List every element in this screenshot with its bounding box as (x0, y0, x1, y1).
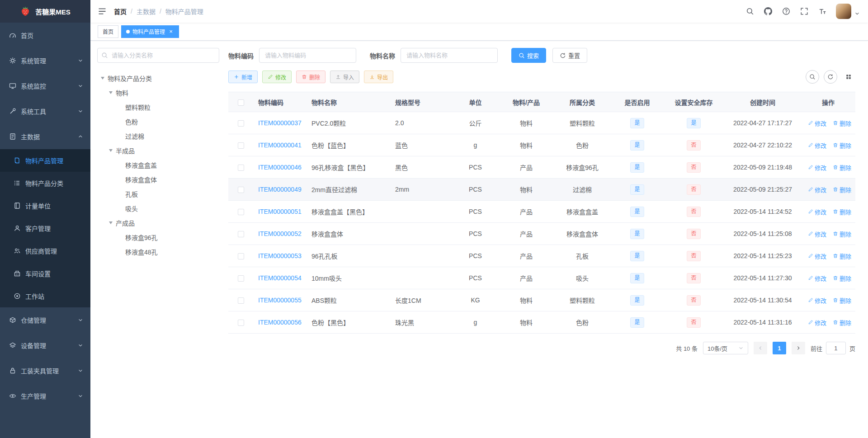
row-edit-button[interactable]: 修改 (808, 185, 826, 194)
tree-node-leaf[interactable]: 色粉 (97, 114, 219, 129)
row-edit-button[interactable]: 修改 (808, 274, 826, 283)
sidebar-item-customer-management[interactable]: 客户管理 (0, 217, 90, 240)
row-checkbox[interactable] (238, 142, 244, 149)
material-code-link[interactable]: ITEM00000051 (258, 208, 302, 215)
app-logo[interactable]: 苦糖果MES (0, 0, 90, 23)
row-delete-button[interactable]: 删除 (833, 252, 851, 260)
goto-page-input[interactable] (826, 342, 846, 354)
sidebar-item-measurement-unit[interactable]: 计量单位 (0, 194, 90, 217)
prev-page-button[interactable] (754, 342, 767, 354)
github-button[interactable] (764, 7, 773, 16)
row-checkbox[interactable] (238, 297, 244, 304)
material-code-link[interactable]: ITEM00000041 (258, 141, 302, 149)
row-edit-button[interactable]: 修改 (808, 318, 826, 327)
tree-expand-icon[interactable] (109, 91, 113, 94)
row-checkbox[interactable] (238, 209, 244, 215)
tree-node-leaf[interactable]: 塑料颗粒 (97, 100, 219, 114)
sidebar-item-material-product-management[interactable]: 物料产品管理 (0, 149, 90, 172)
row-delete-button[interactable]: 删除 (833, 274, 851, 283)
sidebar-item-workshop-settings[interactable]: 车间设置 (0, 262, 90, 285)
select-all-checkbox[interactable] (238, 99, 244, 106)
font-size-button[interactable] (818, 7, 827, 16)
tree-node-leaf[interactable]: 移液盒盒盖 (97, 158, 219, 172)
export-button[interactable]: 导出 (364, 71, 393, 83)
sidebar-item-fixture-management[interactable]: 工装夹具管理 (0, 358, 90, 383)
edit-button[interactable]: 修改 (262, 71, 292, 83)
row-delete-button[interactable]: 删除 (833, 141, 851, 150)
tree-node-leaf[interactable]: 移液盒96孔 (97, 230, 219, 245)
row-delete-button[interactable]: 删除 (833, 163, 851, 172)
material-code-link[interactable]: ITEM00000049 (258, 186, 302, 193)
hamburger-icon[interactable] (98, 7, 107, 16)
sidebar-item-system-tools[interactable]: 系统工具 (0, 99, 90, 124)
row-checkbox[interactable] (238, 253, 244, 259)
reset-button[interactable]: 重置 (552, 48, 587, 63)
next-page-button[interactable] (792, 342, 805, 354)
row-delete-button[interactable]: 删除 (833, 207, 851, 216)
tree-node-root[interactable]: 物料及产品分类 (97, 71, 219, 85)
sidebar-item-system-monitor[interactable]: 系统监控 (0, 73, 90, 99)
breadcrumb-master-data[interactable]: 主数据 (137, 7, 156, 16)
sidebar-item-warehouse-management[interactable]: 仓储管理 (0, 307, 90, 333)
sidebar-item-supplier-management[interactable]: 供应商管理 (0, 240, 90, 262)
tree-node-group[interactable]: 产成品 (97, 216, 219, 230)
row-edit-button[interactable]: 修改 (808, 296, 826, 305)
tree-node-leaf[interactable]: 移液盒盒体 (97, 172, 219, 187)
material-code-link[interactable]: ITEM00000054 (258, 274, 302, 282)
sidebar-item-workstation[interactable]: 工作站 (0, 285, 90, 307)
material-code-link[interactable]: ITEM00000046 (258, 164, 302, 171)
sidebar-item-home[interactable]: 首页 (0, 23, 90, 48)
row-checkbox[interactable] (238, 165, 244, 171)
fullscreen-button[interactable] (800, 7, 809, 16)
material-code-link[interactable]: ITEM00000052 (258, 230, 302, 237)
row-checkbox[interactable] (238, 231, 244, 237)
row-edit-button[interactable]: 修改 (808, 252, 826, 260)
tree-node-leaf[interactable]: 孔板 (97, 187, 219, 201)
tree-expand-icon[interactable] (109, 149, 113, 152)
header-search-button[interactable] (745, 7, 755, 16)
tree-expand-icon[interactable] (109, 221, 113, 224)
row-checkbox[interactable] (238, 275, 244, 282)
material-code-link[interactable]: ITEM00000056 (258, 319, 302, 326)
row-edit-button[interactable]: 修改 (808, 119, 826, 127)
row-edit-button[interactable]: 修改 (808, 207, 826, 216)
user-menu[interactable] (836, 4, 860, 19)
close-icon[interactable] (168, 28, 174, 35)
tree-node-leaf[interactable]: 移液盒48孔 (97, 245, 219, 259)
sidebar-item-production-management[interactable]: 生产管理 (0, 383, 90, 409)
search-button[interactable]: 搜索 (511, 48, 546, 63)
row-checkbox[interactable] (238, 120, 244, 127)
page-number-1[interactable]: 1 (773, 342, 786, 354)
tree-node-leaf[interactable]: 过滤棉 (97, 129, 219, 143)
refresh-button[interactable] (824, 70, 837, 84)
row-delete-button[interactable]: 删除 (833, 119, 851, 127)
row-edit-button[interactable]: 修改 (808, 163, 826, 172)
toggle-search-button[interactable] (806, 70, 819, 84)
material-name-input[interactable] (401, 48, 498, 63)
sidebar-item-material-product-category[interactable]: 物料产品分类 (0, 172, 90, 194)
tab-home[interactable]: 首页 (98, 25, 118, 38)
row-delete-button[interactable]: 删除 (833, 296, 851, 305)
tree-node-group[interactable]: 物料 (97, 85, 219, 100)
category-search-input[interactable] (97, 48, 219, 63)
sidebar-item-master-data[interactable]: 主数据 (0, 124, 90, 149)
help-button[interactable] (782, 7, 791, 16)
row-delete-button[interactable]: 删除 (833, 318, 851, 327)
row-edit-button[interactable]: 修改 (808, 141, 826, 150)
material-code-input[interactable] (259, 48, 356, 63)
material-code-link[interactable]: ITEM00000055 (258, 297, 302, 304)
row-delete-button[interactable]: 删除 (833, 230, 851, 238)
material-code-link[interactable]: ITEM00000053 (258, 252, 302, 259)
columns-toggle-button[interactable] (842, 70, 855, 84)
tab-material-product-management[interactable]: 物料产品管理 (121, 25, 179, 38)
sidebar-item-system-management[interactable]: 系统管理 (0, 48, 90, 73)
row-delete-button[interactable]: 删除 (833, 185, 851, 194)
sidebar-item-equipment-management[interactable]: 设备管理 (0, 333, 90, 358)
breadcrumb-home[interactable]: 首页 (114, 7, 127, 16)
material-code-link[interactable]: ITEM00000037 (258, 119, 302, 127)
import-button[interactable]: 导入 (330, 71, 359, 83)
add-button[interactable]: 新增 (228, 71, 258, 83)
tree-node-leaf[interactable]: 吸头 (97, 201, 219, 216)
tree-expand-icon[interactable] (101, 77, 104, 80)
page-size-select[interactable]: 10条/页 (703, 342, 748, 354)
